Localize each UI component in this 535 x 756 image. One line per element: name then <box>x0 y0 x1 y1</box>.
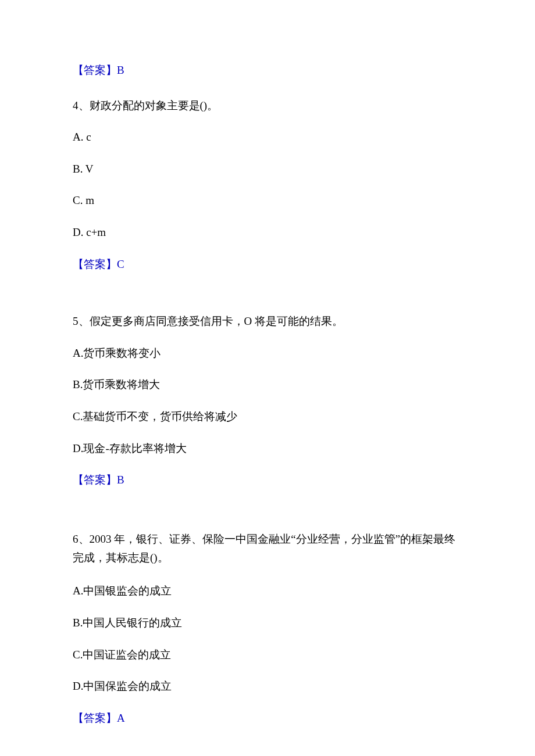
question-6-option-c: C.中国证监会的成立 <box>73 647 462 663</box>
question-5-stem: 5、假定更多商店同意接受信用卡，O 将是可能的结果。 <box>73 314 462 329</box>
question-6-option-b: B.中国人民银行的成立 <box>73 615 462 631</box>
answer-6: 【答案】A <box>73 711 462 726</box>
question-5-option-d: D.现金-存款比率将增大 <box>73 441 462 457</box>
spacer <box>73 508 462 530</box>
question-4-option-a: A. c <box>73 130 462 145</box>
question-4-stem: 4、财政分配的对象主要是()。 <box>73 98 462 114</box>
document-page: 【答案】B 4、财政分配的对象主要是()。 A. c B. V C. m D. … <box>0 0 535 756</box>
answer-3: 【答案】B <box>73 63 462 78</box>
spacer <box>73 746 462 756</box>
question-6-option-d: D.中国保监会的成立 <box>73 679 462 694</box>
question-6-stem: 6、2003 年，银行、证券、保险一中国金融业“分业经营，分业监管”的框架最终完… <box>73 530 462 568</box>
question-5-option-c: C.基础货币不变，货币供给将减少 <box>73 409 462 425</box>
question-5-option-a: A.货币乘数将变小 <box>73 346 462 361</box>
answer-4: 【答案】C <box>73 257 462 273</box>
answer-5: 【答案】B <box>73 472 462 488</box>
question-4-option-d: D. c+m <box>73 225 462 241</box>
question-5-option-b: B.货币乘数将增大 <box>73 377 462 393</box>
spacer <box>73 292 462 314</box>
question-6-option-a: A.中国银监会的成立 <box>73 583 462 599</box>
question-4-option-c: C. m <box>73 193 462 209</box>
question-4-option-b: B. V <box>73 162 462 177</box>
